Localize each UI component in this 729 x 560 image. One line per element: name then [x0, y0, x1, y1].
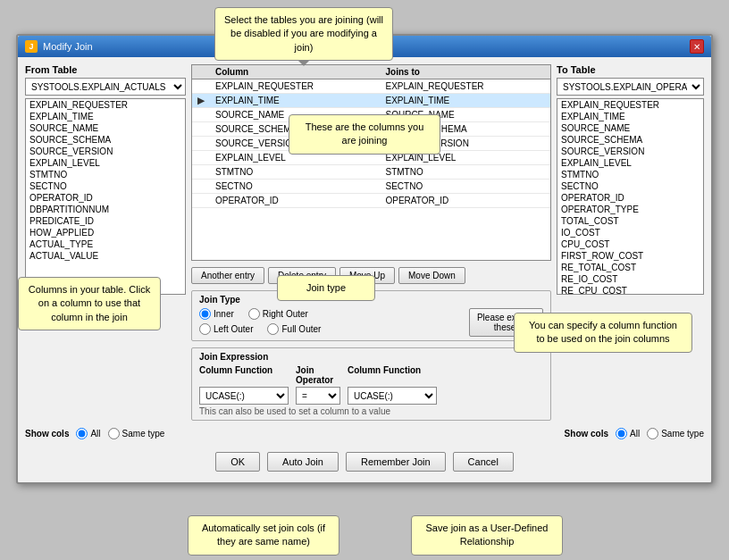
row-indicator	[192, 180, 210, 194]
cancel-button[interactable]: Cancel	[453, 452, 514, 472]
list-item[interactable]: EXPLAIN_LEVEL	[26, 157, 185, 169]
from-show-cols: Show cols All Same type	[25, 428, 164, 439]
column-name-cell: STMTNO	[210, 165, 381, 180]
list-item[interactable]: SOURCE_SCHEMA	[26, 134, 185, 146]
row-indicator	[192, 79, 210, 94]
from-table-dropdown[interactable]: SYSTOOLS.EXPLAIN_ACTUALS	[25, 78, 186, 96]
from-table-panel: From Table SYSTOOLS.EXPLAIN_ACTUALS EXPL…	[25, 64, 186, 295]
row-indicator	[192, 194, 210, 208]
join-columns-container: Column Joins to EXPLAIN_REQUESTEREXPLAIN…	[191, 64, 551, 261]
radio-right-outer[interactable]: Right Outer	[248, 308, 308, 320]
radio-row-1: Inner Right Outer	[199, 308, 464, 320]
list-item[interactable]: OPERATOR_TYPE	[557, 204, 703, 215]
list-item[interactable]: ACTUAL_TYPE	[26, 238, 185, 250]
list-item[interactable]: OPERATOR_ID	[26, 192, 185, 204]
row-indicator: ▶	[192, 94, 210, 108]
move-down-button[interactable]: Move Down	[398, 267, 465, 284]
to-all-radio[interactable]: All	[616, 428, 640, 439]
to-table-listbox[interactable]: EXPLAIN_REQUESTER EXPLAIN_TIME SOURCE_NA…	[557, 98, 704, 295]
join-op-header: Join Operator	[296, 365, 340, 385]
row-indicator	[192, 122, 210, 137]
column-name-cell: EXPLAIN_TIME	[210, 94, 381, 108]
to-table-label: To Table	[557, 64, 704, 75]
remember-join-button[interactable]: Remember Join	[346, 452, 446, 472]
table-row[interactable]: ▶EXPLAIN_TIMEEXPLAIN_TIME	[192, 94, 550, 108]
bottom-buttons: OK Auto Join Remember Join Cancel	[25, 452, 704, 475]
show-cols-row: Show cols All Same type Show cols All Sa…	[25, 426, 704, 441]
joins-to-cell: OPERATOR_ID	[381, 194, 551, 208]
to-sametype-radio[interactable]: Same type	[647, 428, 704, 439]
list-item[interactable]: EXPLAIN_TIME	[557, 111, 703, 122]
list-item[interactable]: IO_COST	[557, 227, 703, 238]
list-item[interactable]: SOURCE_VERSION	[26, 146, 185, 157]
joins-to-cell: EXPLAIN_REQUESTER	[381, 79, 551, 94]
list-item[interactable]: EXPLAIN_TIME	[26, 111, 185, 122]
radio-inner[interactable]: Inner	[199, 308, 234, 320]
joins-to-cell: EXPLAIN_TIME	[381, 94, 551, 108]
tooltip-select-tables: Select the tables you are joining (will …	[214, 7, 393, 61]
col-function2-dropdown[interactable]: UCASE(:)	[348, 387, 437, 405]
from-all-radio[interactable]: All	[76, 428, 100, 439]
joins-to-header: Joins to	[381, 65, 551, 79]
column-name-cell: EXPLAIN_REQUESTER	[210, 79, 381, 94]
tooltip-join-type: Join type	[277, 275, 375, 301]
radio-full-outer[interactable]: Full Outer	[267, 323, 321, 335]
list-item[interactable]: RE_TOTAL_COST	[557, 262, 703, 273]
list-item[interactable]: STMTNO	[557, 169, 703, 180]
list-item[interactable]: SOURCE_SCHEMA	[557, 134, 703, 146]
dialog-title: Modify Join	[43, 41, 93, 52]
list-item[interactable]: ACTUAL_VALUE	[26, 250, 185, 262]
join-type-row: Inner Right Outer Left Outer	[199, 308, 543, 337]
list-item[interactable]: RE_CPU_COST	[557, 285, 703, 295]
table-row[interactable]: EXPLAIN_REQUESTEREXPLAIN_REQUESTER	[192, 79, 550, 94]
join-expr-row: UCASE(:) = UCASE(:)	[199, 387, 543, 405]
list-item[interactable]: SECTNO	[557, 180, 703, 192]
list-item[interactable]: OPERATOR_ID	[557, 192, 703, 204]
tooltip-remember-join: Save join as a User-Defined Relationship	[411, 515, 563, 556]
row-indicator	[192, 108, 210, 122]
list-item[interactable]: SECTNO	[26, 180, 185, 192]
modify-join-dialog: J Modify Join ✕ From Table SYSTOOLS.EXPL…	[16, 34, 713, 484]
table-row[interactable]: STMTNOSTMTNO	[192, 165, 550, 180]
join-type-options: Inner Right Outer Left Outer	[199, 308, 464, 335]
col-func-header: Column Function	[199, 365, 289, 385]
to-table-dropdown[interactable]: SYSTOOLS.EXPLAIN_OPERATOR	[557, 78, 704, 96]
list-item[interactable]: DBPARTITIONNUM	[26, 204, 185, 215]
table-row[interactable]: OPERATOR_IDOPERATOR_ID	[192, 194, 550, 208]
list-item[interactable]: SOURCE_VERSION	[557, 146, 703, 157]
close-button[interactable]: ✕	[690, 39, 704, 54]
from-sametype-radio[interactable]: Same type	[108, 428, 165, 439]
from-table-listbox[interactable]: EXPLAIN_REQUESTER EXPLAIN_TIME SOURCE_NA…	[25, 98, 186, 295]
column-name-cell: SECTNO	[210, 180, 381, 194]
list-item[interactable]: EXPLAIN_REQUESTER	[557, 99, 703, 111]
list-item[interactable]: SOURCE_NAME	[557, 122, 703, 134]
auto-join-button[interactable]: Auto Join	[267, 452, 339, 472]
joins-to-cell: SECTNO	[381, 180, 551, 194]
col-function-dropdown[interactable]: UCASE(:)	[199, 387, 289, 405]
join-operator-dropdown[interactable]: =	[296, 387, 340, 405]
radio-row-2: Left Outer Full Outer	[199, 323, 464, 335]
from-table-label: From Table	[25, 64, 186, 75]
tooltip-joining-columns: These are the columns you are joining	[289, 114, 440, 155]
join-expression-title: Join Expression	[199, 352, 543, 362]
ok-button[interactable]: OK	[215, 452, 260, 472]
list-item[interactable]: SOURCE_NAME	[26, 122, 185, 134]
tooltip-from-columns: Columns in your table. Click on a column…	[18, 277, 161, 330]
list-item[interactable]: STMTNO	[26, 169, 185, 180]
list-item[interactable]: EXPLAIN_LEVEL	[557, 157, 703, 169]
list-item[interactable]: FIRST_ROW_COST	[557, 250, 703, 262]
list-item[interactable]: TOTAL_COST	[557, 215, 703, 227]
list-item[interactable]: HOW_APPLIED	[26, 227, 185, 238]
another-entry-button[interactable]: Another entry	[191, 267, 264, 284]
list-item[interactable]: RE_IO_COST	[557, 273, 703, 285]
list-item[interactable]: CPU_COST	[557, 238, 703, 250]
list-item[interactable]: EXPLAIN_REQUESTER	[26, 99, 185, 111]
join-expr-note: This can also be used to set a column to…	[199, 406, 543, 416]
radio-left-outer[interactable]: Left Outer	[199, 323, 253, 335]
table-row[interactable]: SECTNOSECTNO	[192, 180, 550, 194]
row-indicator	[192, 137, 210, 151]
list-item[interactable]: PREDICATE_ID	[26, 215, 185, 227]
from-show-cols-label: Show cols	[25, 429, 69, 439]
to-show-cols: Show cols All Same type	[565, 428, 704, 439]
to-show-cols-label: Show cols	[565, 429, 608, 439]
